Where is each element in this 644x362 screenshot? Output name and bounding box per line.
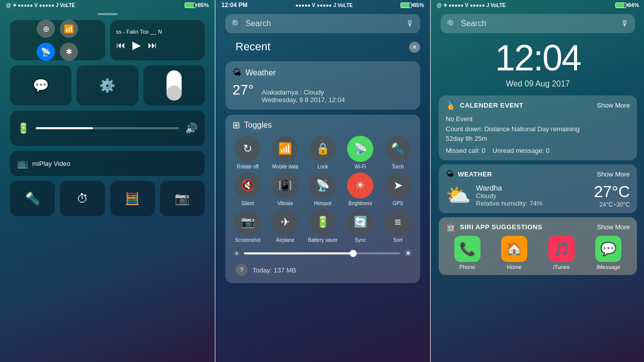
weather-card-title: Weather [246, 68, 276, 77]
drag-handle[interactable] [98, 13, 118, 15]
play-button[interactable]: ▶ [132, 39, 141, 52]
weather-location-condition: Alakadarnya : Cloudy [262, 88, 345, 96]
imessage-app-icon[interactable]: 💬 [595, 236, 621, 262]
itunes-app-icon[interactable]: 🎵 [548, 236, 575, 262]
toggle-sort[interactable]: ≡ Sort [380, 209, 415, 243]
wifi-toggle-button[interactable]: 📡 [347, 136, 373, 162]
brightness-button[interactable]: ☀ [347, 172, 373, 199]
settings-button[interactable]: ⚙️ [76, 65, 138, 106]
brightness-track[interactable] [244, 252, 400, 254]
toggle-brightness[interactable]: ☀ Brightness [343, 172, 378, 206]
unread-message-text: Unread message: 0 [493, 146, 549, 156]
toggle-gps[interactable]: ➤ GPS [380, 172, 415, 206]
toggle-rotate-off[interactable]: ↻ Rotate off [230, 136, 265, 169]
wifi-signal-button[interactable]: 📶 [60, 20, 78, 38]
sun-small-icon: ☀ [233, 249, 240, 257]
airplane-label: Airplane [276, 237, 295, 243]
spotlight-search[interactable]: 🔍 Search 🎙 [225, 14, 420, 33]
toggles-row3: 📷 Screenshot ✈ Airplane 🔋 Battery saver … [230, 209, 415, 243]
data-usage-text: Today: 137 MB [253, 266, 296, 274]
notification-search[interactable]: 🔍 Search 🎙 [441, 14, 635, 33]
gps-label: GPS [392, 201, 403, 206]
calendar-header: 🏅 CALENDER EVENT Show More [446, 101, 630, 110]
siri-app-home[interactable]: 🏠 Home [493, 236, 536, 270]
silent-button[interactable]: 🔇 [234, 172, 261, 199]
camera-button[interactable]: 📷 [160, 181, 205, 216]
toggle-torch[interactable]: 🔦 Torch [380, 136, 415, 169]
toggle-silent[interactable]: 🔇 Silent [230, 172, 265, 206]
battery-percent-p3: 84% [628, 2, 639, 8]
siri-title-row: 🤖 SIRI APP SUGGESTIONS [446, 222, 542, 232]
brightness-track [167, 70, 182, 101]
airplay-button[interactable]: ⊕ [37, 20, 55, 38]
toggle-screenshot[interactable]: 📷 Screenshot [230, 209, 265, 243]
siri-app-imessage[interactable]: 💬 iMessage [587, 236, 630, 270]
sun-big-icon: ☀ [404, 248, 412, 259]
weather-notif-icon: 🌤 [446, 169, 454, 178]
status-center-p2: ●●●●● V ●●●●● J VoLTE [295, 3, 353, 8]
toggle-battery-saver[interactable]: 🔋 Battery saver [305, 209, 340, 243]
rotate-off-button[interactable]: ↻ [234, 136, 261, 162]
status-left-p1: @ ✈ ●●●●● V ●●●●● J VoLTE [6, 3, 75, 8]
mic-icon-p3[interactable]: 🎙 [621, 19, 629, 28]
siri-show-more[interactable]: Show More [597, 223, 630, 231]
clock-button[interactable]: ⏱ [60, 181, 105, 216]
calculator-button[interactable]: 🧮 [110, 181, 155, 216]
phone-app-icon[interactable]: 📞 [454, 236, 480, 262]
music-controls: ⏮ ▶ ⏭ [116, 39, 199, 52]
battery-saver-label: Battery saver [308, 237, 338, 243]
rotate-off-label: Rotate off [237, 164, 259, 169]
toggle-sync[interactable]: 🔄 Sync [343, 209, 378, 243]
siri-app-phone[interactable]: 📞 Phone [446, 236, 489, 270]
sort-button[interactable]: ≡ [385, 209, 411, 235]
toggle-mobile-data[interactable]: 📶 Mobile data [268, 136, 303, 169]
wifi-label: Wi-Fi [354, 164, 366, 169]
wifi-button[interactable]: 📡 [37, 43, 55, 61]
home-app-icon[interactable]: 🏠 [501, 236, 527, 262]
status-bar-p2: 12:04 PM ●●●●● V ●●●●● J VoLTE 85% [215, 0, 430, 10]
hotspot-button[interactable]: 📡 [309, 172, 336, 199]
connectivity-box[interactable]: ⊕ 📶 📡 ✱ [10, 20, 105, 60]
cloud-icon: ⛅ [446, 184, 471, 207]
battery-saver-button[interactable]: 🔋 [309, 209, 336, 235]
weather-show-more[interactable]: Show More [597, 170, 630, 178]
weather-icon: 🌤 [232, 67, 242, 78]
toggles-card: ⊞ Toggles ↻ Rotate off 📶 Mobile data 🔒 L… [225, 115, 420, 283]
toggle-lock[interactable]: 🔒 Lock [305, 136, 340, 169]
mic-icon[interactable]: 🎙 [406, 19, 414, 28]
brightness-slider[interactable] [143, 65, 205, 106]
toggle-airplane[interactable]: ✈ Airplane [268, 209, 303, 243]
gps-button[interactable]: ➤ [385, 172, 411, 199]
siri-app-itunes[interactable]: 🎵 iTunes [540, 236, 583, 270]
brightness-thumb[interactable] [350, 250, 357, 257]
next-button[interactable]: ⏭ [148, 40, 157, 51]
miplay-bar[interactable]: 📺 miPlay Video [10, 151, 205, 176]
torch-button[interactable]: 🔦 [385, 136, 411, 162]
siri-icon: 🤖 [446, 222, 456, 232]
status-right-p1: 85% [185, 2, 209, 8]
weather-temp-range: 24°C~30°C [594, 201, 630, 208]
status-bar-p1: @ ✈ ●●●●● V ●●●●● J VoLTE 85% [0, 0, 215, 10]
mobile-data-button[interactable]: 📶 [272, 136, 298, 162]
sync-button[interactable]: 🔄 [347, 209, 373, 235]
toggle-hotspot[interactable]: 📡 Hotspot [305, 172, 340, 206]
control-top-grid: ⊕ 📶 📡 ✱ ss - Falin Too __ N ⏮ ▶ ⏭ [10, 20, 205, 60]
message-button[interactable]: 💬 [10, 65, 71, 106]
recent-close-button[interactable]: ✕ [409, 42, 420, 53]
lock-button[interactable]: 🔒 [309, 136, 336, 162]
weather-humidity: Relative humidity: 74% [476, 200, 589, 207]
bluetooth-button[interactable]: ✱ [60, 43, 78, 61]
toggle-wifi[interactable]: 📡 Wi-Fi [343, 136, 378, 169]
battery-icon-p3 [615, 3, 626, 8]
countdown-text: Count down: Distance National Day remain… [446, 124, 630, 134]
home-app-label: Home [507, 264, 522, 270]
airplane-button[interactable]: ✈ [272, 209, 298, 235]
toggle-vibrate[interactable]: 📳 Vibrate [268, 172, 303, 206]
volume-icon: 🔋 [17, 122, 30, 134]
lock-clock: 12:04 [431, 37, 644, 78]
vibrate-button[interactable]: 📳 [272, 172, 298, 199]
prev-button[interactable]: ⏮ [116, 40, 125, 51]
flashlight-button[interactable]: 🔦 [10, 181, 55, 216]
screenshot-button[interactable]: 📷 [234, 209, 261, 235]
calendar-show-more[interactable]: Show More [597, 102, 630, 109]
